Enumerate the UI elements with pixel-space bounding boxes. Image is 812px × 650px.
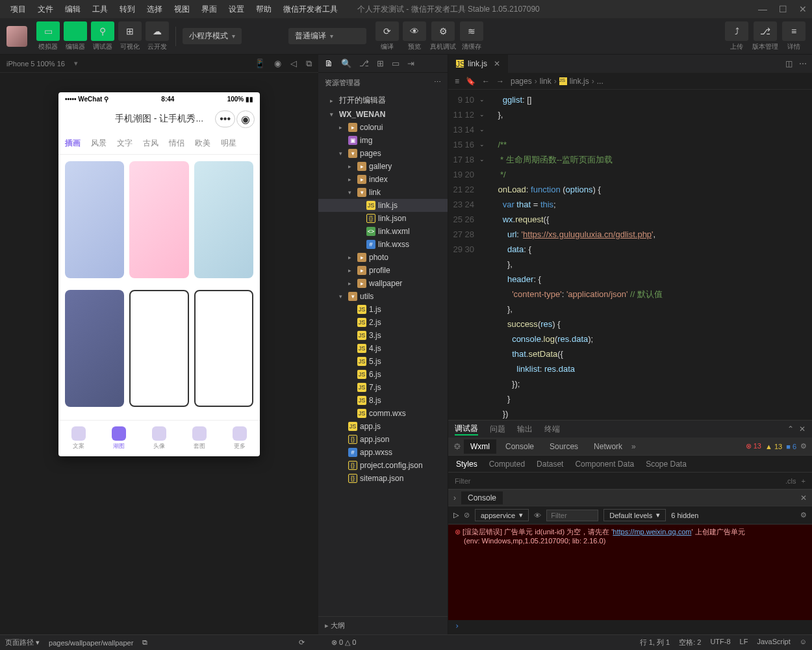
tree-item[interactable]: JS4.js	[318, 342, 448, 355]
copy-icon[interactable]: ⧉	[306, 58, 312, 69]
error-badge[interactable]: ⊗ 13	[746, 442, 761, 450]
tree-item[interactable]: {}link.json	[318, 212, 448, 225]
chevron-icon[interactable]: ›	[453, 493, 456, 502]
tree-item[interactable]: {}project.config.json	[318, 459, 448, 472]
chevron-up-icon[interactable]: ⌃	[787, 424, 794, 434]
wallpaper-thumb[interactable]	[65, 161, 124, 278]
tool-调试器[interactable]: ⚲	[91, 21, 114, 41]
add-icon[interactable]: +	[802, 477, 806, 485]
menu-view[interactable]: 视图	[169, 1, 195, 18]
wallpaper-thumb[interactable]	[129, 161, 188, 278]
user-avatar[interactable]	[6, 26, 27, 47]
tree-item[interactable]: JS5.js	[318, 355, 448, 368]
action-真机调试[interactable]: ⚙	[431, 21, 455, 41]
tab-debugger[interactable]: 调试器	[455, 423, 478, 436]
tree-item[interactable]: ▣img	[318, 134, 448, 147]
scopedata-tab[interactable]: Scope Data	[646, 460, 687, 469]
phone-tab[interactable]: 情侣	[169, 138, 184, 149]
right-详情[interactable]: ≡	[782, 21, 806, 41]
wallpaper-thumb[interactable]	[65, 290, 124, 407]
wallpaper-thumb[interactable]	[194, 161, 253, 278]
branch-icon[interactable]: ⎇	[359, 58, 369, 68]
phone-tab[interactable]: 明星	[221, 138, 236, 149]
levels-select[interactable]: Default levels▾	[603, 509, 666, 521]
problems-count[interactable]: ⊗ 0 △ 0	[331, 638, 356, 647]
right-版本管理[interactable]: ⎇	[754, 21, 777, 41]
tree-item[interactable]: ▾▾pages	[318, 147, 448, 160]
menu-tools[interactable]: 工具	[87, 1, 113, 18]
gear-icon[interactable]: ⚙	[800, 511, 807, 519]
tree-item[interactable]: {}app.json	[318, 433, 448, 446]
device-label[interactable]: iPhone 5 100% 16	[6, 60, 65, 68]
close-icon[interactable]: ✕	[799, 424, 806, 434]
close-icon[interactable]: ✕	[799, 4, 807, 14]
bottom-nav-item[interactable]: 文案	[71, 426, 86, 450]
tool-云开发[interactable]: ☁	[146, 21, 169, 41]
outline-section[interactable]: ▸ 大纲	[318, 616, 448, 634]
maximize-icon[interactable]: ☐	[779, 4, 787, 14]
tool-编辑器[interactable]	[64, 21, 87, 41]
inspect-icon[interactable]: ⯐	[453, 442, 461, 451]
action-预览[interactable]: 👁	[403, 21, 426, 41]
search-icon[interactable]: 🔍	[341, 58, 351, 68]
dataset-tab[interactable]: Dataset	[537, 460, 563, 469]
bottom-nav-item[interactable]: 潮图	[112, 426, 126, 450]
tree-item[interactable]: #link.wxss	[318, 238, 448, 251]
tree-section[interactable]: ▾WX_WENAN	[318, 108, 448, 121]
capsule-menu[interactable]: •••	[215, 110, 235, 127]
list-icon[interactable]: ≡	[455, 77, 459, 86]
mode-dropdown[interactable]: 小程序模式	[183, 28, 242, 44]
phone-tab[interactable]: 古风	[143, 138, 159, 149]
editor-tab[interactable]: JS link.js ✕	[448, 55, 509, 73]
minimize-icon[interactable]: —	[758, 4, 767, 14]
tree-item[interactable]: JSapp.js	[318, 420, 448, 433]
phone-tab[interactable]: 文字	[117, 138, 133, 149]
tree-section[interactable]: ▸打开的编辑器	[318, 93, 448, 108]
right-上传[interactable]: ⤴	[725, 21, 748, 41]
info-badge[interactable]: ■ 6	[786, 443, 796, 450]
context-select[interactable]: appservice▾	[475, 509, 529, 521]
forward-icon[interactable]: →	[496, 77, 504, 86]
bottom-nav-item[interactable]: 更多	[233, 426, 247, 450]
tree-item[interactable]: ▸▸colorui	[318, 121, 448, 134]
tree-item[interactable]: ▸▸gallery	[318, 160, 448, 173]
bookmark-icon[interactable]: 🔖	[466, 77, 476, 86]
files-icon[interactable]: 🗎	[325, 58, 333, 68]
tree-item[interactable]: ▸▸profile	[318, 264, 448, 277]
refresh-icon[interactable]: ⟳	[299, 638, 305, 647]
computed-tab[interactable]: Computed	[489, 460, 525, 469]
tab-terminal[interactable]: 终端	[544, 424, 560, 435]
menu-ui[interactable]: 界面	[196, 1, 222, 18]
tool-模拟器[interactable]: ▭	[36, 21, 60, 41]
menu-goto[interactable]: 转到	[114, 1, 140, 18]
mute-icon[interactable]: ◁	[290, 58, 297, 68]
tree-item[interactable]: JS7.js	[318, 381, 448, 394]
tool-可视化[interactable]: ⊞	[118, 21, 142, 41]
warn-badge[interactable]: ▲ 13	[765, 443, 782, 450]
clear-icon[interactable]: ⊘	[464, 511, 470, 519]
tree-item[interactable]: JScomm.wxs	[318, 407, 448, 420]
compile-dropdown[interactable]: 普通编译	[288, 28, 366, 44]
filter-input[interactable]: Filter	[455, 477, 470, 485]
error-link[interactable]: https://mp.weixin.qq.com	[613, 528, 691, 536]
devtab-wxml[interactable]: Wxml	[464, 439, 496, 454]
play-icon[interactable]: ▷	[453, 511, 459, 519]
action-清缓存[interactable]: ≋	[460, 21, 483, 41]
phone-tab[interactable]: 风景	[91, 138, 107, 149]
indent[interactable]: 空格: 2	[679, 638, 701, 647]
record-icon[interactable]: ◉	[274, 58, 281, 68]
menu-help[interactable]: 帮助	[251, 1, 277, 18]
tree-item[interactable]: JS2.js	[318, 316, 448, 329]
hidden-count[interactable]: 6 hidden	[671, 512, 698, 519]
split-icon[interactable]: ◫	[785, 59, 793, 68]
code-editor[interactable]: 9 10 11 12 13 14 15 16 17 18 19 20 21 22…	[448, 90, 812, 420]
more-tabs-icon[interactable]: »	[631, 442, 636, 451]
close-console-icon[interactable]: ✕	[800, 493, 807, 502]
tree-item[interactable]: <>link.wxml	[318, 225, 448, 238]
tree-item[interactable]: JS6.js	[318, 368, 448, 381]
menu-project[interactable]: 项目	[5, 1, 31, 18]
phone-icon[interactable]: 📱	[255, 58, 265, 68]
tree-item[interactable]: ▾▾link	[318, 186, 448, 199]
feedback-icon[interactable]: ☺	[800, 638, 807, 647]
bottom-nav-item[interactable]: 套图	[192, 426, 207, 450]
